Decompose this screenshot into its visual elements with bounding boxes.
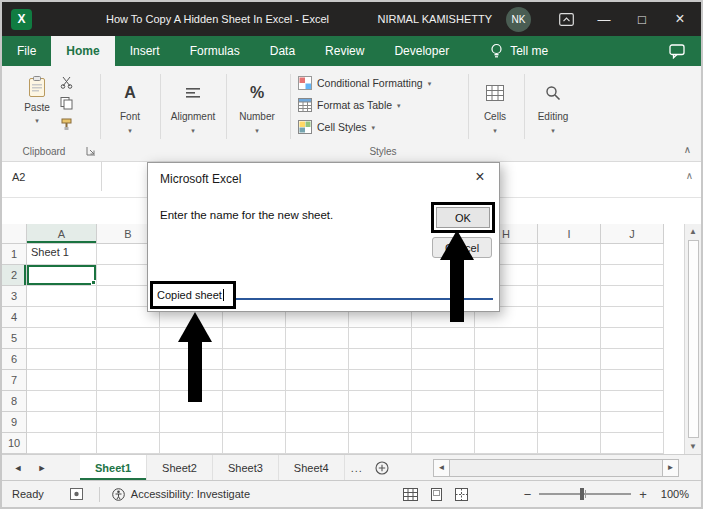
- cell-J7[interactable]: [601, 370, 664, 391]
- cell-J2[interactable]: [601, 265, 664, 286]
- ok-button[interactable]: OK: [436, 207, 490, 228]
- cell-J5[interactable]: [601, 328, 664, 349]
- sheet-tab-sheet1[interactable]: Sheet1: [80, 455, 147, 480]
- cell-H10[interactable]: [475, 433, 538, 454]
- column-header-A[interactable]: A: [27, 224, 97, 244]
- number-group-button[interactable]: % Number ▾: [226, 72, 288, 156]
- format-as-table-button[interactable]: Format as Table ▾: [298, 96, 401, 114]
- cell-styles-button[interactable]: Cell Styles ▾: [298, 118, 375, 136]
- editing-group-button[interactable]: Editing ▾: [524, 72, 582, 156]
- page-break-view-button[interactable]: [455, 488, 468, 501]
- cell-J8[interactable]: [601, 391, 664, 412]
- cell-I9[interactable]: [538, 412, 601, 433]
- row-header-4[interactable]: 4: [2, 307, 27, 328]
- cell-E8[interactable]: [286, 391, 349, 412]
- row-header-10[interactable]: 10: [2, 433, 27, 454]
- cut-button[interactable]: [60, 76, 73, 89]
- collapse-ribbon-button[interactable]: ∧: [684, 144, 691, 155]
- cell-H5[interactable]: [475, 328, 538, 349]
- cell-A4[interactable]: [27, 307, 97, 328]
- alignment-group-button[interactable]: Alignment ▾: [160, 72, 226, 156]
- cell-B8[interactable]: [97, 391, 160, 412]
- column-header-J[interactable]: J: [601, 224, 664, 244]
- paste-button[interactable]: Paste ▾: [16, 72, 58, 146]
- horizontal-scroll-thumb[interactable]: [449, 460, 663, 476]
- cell-I6[interactable]: [538, 349, 601, 370]
- cell-J1[interactable]: [601, 244, 664, 265]
- cell-J10[interactable]: [601, 433, 664, 454]
- sheet-tabs-overflow[interactable]: ...: [345, 455, 369, 480]
- sheet-tab-sheet2[interactable]: Sheet2: [147, 455, 213, 480]
- cell-H7[interactable]: [475, 370, 538, 391]
- cell-H9[interactable]: [475, 412, 538, 433]
- tab-developer[interactable]: Developer: [379, 36, 464, 66]
- cell-B10[interactable]: [97, 433, 160, 454]
- cell-F10[interactable]: [349, 433, 412, 454]
- cell-J6[interactable]: [601, 349, 664, 370]
- hscroll-left-button[interactable]: ◄: [434, 460, 449, 476]
- cell-A9[interactable]: [27, 412, 97, 433]
- clipboard-dialog-launcher[interactable]: [86, 146, 96, 156]
- cell-B7[interactable]: [97, 370, 160, 391]
- avatar[interactable]: NK: [506, 7, 531, 32]
- cell-A7[interactable]: [27, 370, 97, 391]
- cell-E5[interactable]: [286, 328, 349, 349]
- cell-A6[interactable]: [27, 349, 97, 370]
- cell-A10[interactable]: [27, 433, 97, 454]
- cell-G8[interactable]: [412, 391, 475, 412]
- horizontal-scrollbar[interactable]: ◄ ►: [433, 459, 679, 477]
- scroll-down-button[interactable]: ▼: [685, 439, 701, 454]
- cell-D5[interactable]: [223, 328, 286, 349]
- sheet-tab-sheet4[interactable]: Sheet4: [279, 455, 345, 480]
- cell-I1[interactable]: [538, 244, 601, 265]
- sheet-nav-right-button[interactable]: ►: [30, 455, 54, 480]
- cell-A5[interactable]: [27, 328, 97, 349]
- close-button[interactable]: ×: [661, 2, 699, 36]
- copy-button[interactable]: [60, 97, 73, 110]
- scroll-up-button[interactable]: ▲: [685, 224, 701, 239]
- cell-E6[interactable]: [286, 349, 349, 370]
- conditional-formatting-button[interactable]: Conditional Formatting ▾: [298, 74, 431, 92]
- column-header-I[interactable]: I: [538, 224, 601, 244]
- cell-D9[interactable]: [223, 412, 286, 433]
- select-all-button[interactable]: [2, 224, 27, 244]
- cell-H8[interactable]: [475, 391, 538, 412]
- accessibility-status-button[interactable]: Accessibility: Investigate: [112, 488, 250, 501]
- cell-I10[interactable]: [538, 433, 601, 454]
- cell-A8[interactable]: [27, 391, 97, 412]
- comments-button[interactable]: [669, 44, 685, 59]
- cell-F8[interactable]: [349, 391, 412, 412]
- normal-view-button[interactable]: [403, 488, 418, 501]
- sheet-nav-left-button[interactable]: ◄: [6, 455, 30, 480]
- cell-F5[interactable]: [349, 328, 412, 349]
- tab-formulas[interactable]: Formulas: [175, 36, 255, 66]
- cells-group-button[interactable]: Cells ▾: [468, 72, 522, 156]
- row-header-9[interactable]: 9: [2, 412, 27, 433]
- format-painter-button[interactable]: [60, 118, 73, 131]
- cell-I8[interactable]: [538, 391, 601, 412]
- formula-bar-expand-button[interactable]: ∧: [686, 170, 693, 181]
- row-header-8[interactable]: 8: [2, 391, 27, 412]
- cell-D10[interactable]: [223, 433, 286, 454]
- tab-home[interactable]: Home: [51, 36, 114, 66]
- zoom-slider-thumb[interactable]: [580, 488, 584, 500]
- fill-handle[interactable]: [91, 280, 96, 285]
- minimize-button[interactable]: —: [585, 2, 623, 36]
- vertical-scroll-thumb[interactable]: [688, 240, 699, 438]
- tab-insert[interactable]: Insert: [115, 36, 175, 66]
- cell-B6[interactable]: [97, 349, 160, 370]
- cell-D7[interactable]: [223, 370, 286, 391]
- zoom-in-button[interactable]: +: [639, 487, 647, 502]
- cell-F7[interactable]: [349, 370, 412, 391]
- cell-G7[interactable]: [412, 370, 475, 391]
- cell-A1[interactable]: Sheet 1: [27, 244, 97, 265]
- maximize-button[interactable]: □: [623, 2, 661, 36]
- row-header-5[interactable]: 5: [2, 328, 27, 349]
- tab-file[interactable]: File: [2, 36, 51, 66]
- dialog-close-button[interactable]: ×: [465, 165, 495, 189]
- zoom-level-button[interactable]: 100%: [661, 488, 689, 500]
- ribbon-display-options-button[interactable]: [547, 2, 585, 36]
- row-header-2[interactable]: 2: [2, 265, 27, 286]
- cell-J3[interactable]: [601, 286, 664, 307]
- cell-I3[interactable]: [538, 286, 601, 307]
